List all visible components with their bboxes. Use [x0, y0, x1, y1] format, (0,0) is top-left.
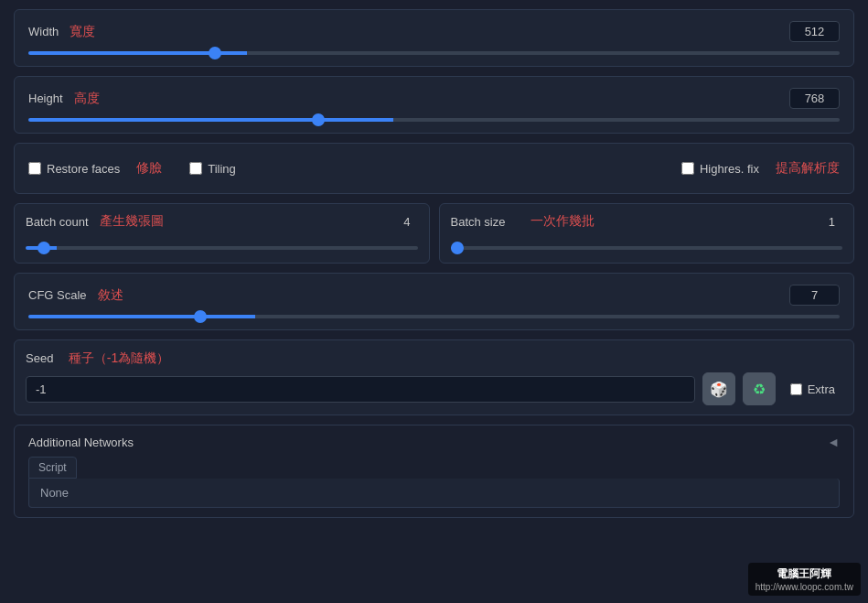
width-slider[interactable]	[28, 51, 840, 55]
batch-size-slider[interactable]	[451, 246, 843, 250]
watermark: 電腦王阿輝 http://www.loopc.com.tw	[748, 563, 861, 596]
batch-count-label: Batch count	[26, 215, 89, 229]
watermark-title: 電腦王阿輝	[755, 566, 853, 582]
tiling-checkbox[interactable]	[189, 162, 202, 175]
batch-size-value: 1	[829, 215, 835, 229]
restore-faces-label-zh: 修臉	[136, 160, 162, 177]
height-label-zh: 高度	[74, 91, 100, 107]
height-label: Height	[28, 92, 63, 105]
batch-count-value: 4	[403, 215, 410, 229]
watermark-url: http://www.loopc.com.tw	[755, 582, 853, 592]
highres-fix-label-zh: 提高解析度	[776, 160, 840, 177]
script-value[interactable]: None	[28, 479, 840, 508]
batch-size-label-zh: 一次作幾批	[530, 213, 595, 230]
extra-label: Extra	[808, 382, 835, 396]
dice-icon: 🎲	[710, 381, 728, 398]
tiling-label: Tiling	[208, 162, 236, 176]
extra-checkbox[interactable]	[790, 383, 802, 395]
tiling-checkbox-item: Tiling	[189, 162, 243, 176]
batch-count-slider[interactable]	[26, 246, 418, 250]
batch-size-label: Batch size	[451, 215, 506, 229]
cfg-scale-label-zh: 敘述	[98, 287, 123, 304]
seed-label: Seed	[26, 351, 53, 365]
height-slider[interactable]	[28, 118, 840, 122]
recycle-icon: ♻	[753, 381, 766, 398]
script-label: Script	[28, 457, 77, 479]
highres-fix-checkbox-item: Highres. fix 提高解析度	[681, 160, 840, 177]
height-value[interactable]: 768	[789, 88, 840, 109]
seed-input[interactable]	[26, 376, 695, 403]
highres-fix-checkbox[interactable]	[681, 162, 694, 175]
highres-fix-label: Highres. fix	[700, 162, 759, 176]
dice-button[interactable]: 🎲	[702, 372, 735, 405]
additional-networks-toggle[interactable]: ◄	[827, 435, 840, 449]
cfg-scale-label: CFG Scale	[28, 288, 87, 302]
extra-checkbox-container: Extra	[790, 382, 842, 396]
seed-label-zh: 種子（-1為隨機）	[69, 350, 169, 365]
width-label: Width	[28, 25, 59, 38]
batch-count-label-zh: 產生幾張圖	[100, 213, 164, 230]
additional-networks-title: Additional Networks	[28, 436, 134, 449]
width-label-zh: 寬度	[70, 24, 95, 40]
cfg-scale-value[interactable]: 7	[789, 285, 840, 306]
recycle-button[interactable]: ♻	[743, 372, 776, 405]
cfg-scale-slider[interactable]	[28, 315, 840, 318]
restore-faces-checkbox-item: Restore faces 修臉	[28, 160, 162, 177]
restore-faces-label: Restore faces	[47, 162, 120, 176]
width-value[interactable]: 512	[789, 21, 840, 42]
restore-faces-checkbox[interactable]	[28, 162, 41, 175]
